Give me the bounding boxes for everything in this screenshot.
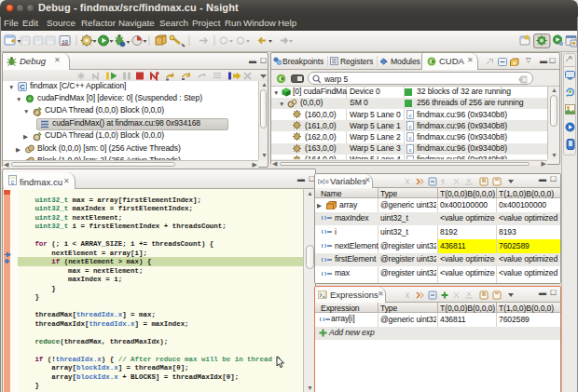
svg-text:10: 10 <box>62 39 69 46</box>
svg-text:c: c <box>408 113 411 118</box>
svg-text:c: c <box>11 179 15 185</box>
svg-text:c: c <box>408 158 411 159</box>
svg-text:c: c <box>408 147 411 153</box>
svg-text:C: C <box>20 83 25 91</box>
svg-text:c: c <box>408 124 411 129</box>
svg-text:c: c <box>408 135 411 141</box>
